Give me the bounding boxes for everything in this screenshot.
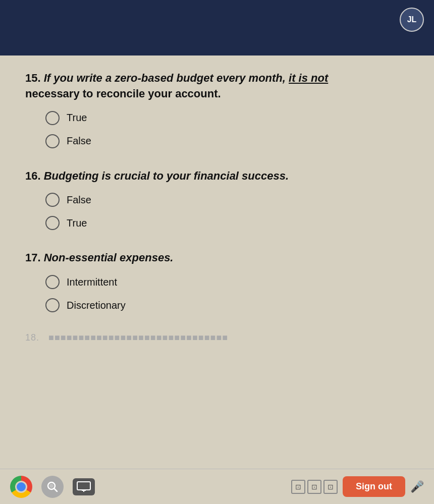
bottom-right: ⊡ ⊡ ⊡ Sign out 🎤: [291, 476, 424, 497]
question-15-text: 15. If you write a zero-based budget eve…: [25, 71, 409, 102]
question-16-number: 16.: [25, 170, 44, 182]
radio-inner-discretionary-q17: [49, 302, 56, 309]
question-17-option-intermittent[interactable]: Intermittent: [45, 275, 409, 289]
page-box-3: ⊡: [323, 480, 338, 494]
question-17-block: 17. Non-essential expenses. Intermittent…: [25, 250, 409, 312]
option-label-true-q16: True: [67, 217, 87, 229]
svg-rect-3: [77, 482, 90, 490]
question-15-rest: necessary to reconcile your account.: [25, 87, 221, 100]
option-label-true-q15: True: [67, 112, 87, 124]
question-17-option-discretionary[interactable]: Discretionary: [45, 298, 409, 312]
option-label-discretionary-q17: Discretionary: [67, 300, 126, 311]
mic-icon[interactable]: 🎤: [410, 480, 424, 493]
top-bar: JL: [0, 0, 434, 55]
option-label-intermittent-q17: Intermittent: [67, 276, 117, 288]
radio-inner-true-q15: [49, 115, 56, 122]
question-17-number: 17.: [25, 251, 44, 264]
question-17-text: 17. Non-essential expenses.: [25, 250, 409, 266]
radio-discretionary-q17[interactable]: [45, 298, 60, 312]
page-box-2: ⊡: [307, 480, 321, 494]
question-15-block: 15. If you write a zero-based budget eve…: [25, 71, 409, 148]
question-15-option-false[interactable]: False: [45, 134, 409, 148]
avatar[interactable]: JL: [400, 8, 424, 32]
chrome-icon[interactable]: [10, 476, 32, 498]
svg-point-2: [49, 484, 53, 488]
option-label-false-q16: False: [67, 194, 91, 206]
option-label-false-q15: False: [67, 135, 91, 147]
page-box-1: ⊡: [291, 480, 305, 494]
svg-line-1: [54, 488, 57, 491]
question-15-number: 15.: [25, 72, 44, 84]
question-17-italic: Non-essential expenses.: [44, 251, 174, 264]
question-15-options: True False: [25, 111, 409, 148]
page-indicator: ⊡ ⊡ ⊡: [291, 480, 338, 494]
question-16-text: 16. Budgeting is crucial to your financi…: [25, 169, 409, 184]
radio-true-q16[interactable]: [45, 216, 60, 230]
question-16-option-true[interactable]: True: [45, 216, 409, 230]
bottom-icons: [10, 476, 95, 498]
question-16-block: 16. Budgeting is crucial to your financi…: [25, 169, 409, 231]
radio-true-q15[interactable]: [45, 111, 60, 125]
screen-icon[interactable]: [73, 478, 95, 495]
question-16-option-false[interactable]: False: [45, 193, 409, 207]
radio-intermittent-q17[interactable]: [45, 275, 60, 289]
question-15-italic: If you write a zero-based budget every m…: [44, 72, 329, 84]
radio-false-q16[interactable]: [45, 193, 60, 207]
question-16-italic: Budgeting is crucial to your financial s…: [44, 170, 289, 182]
avatar-label: JL: [407, 15, 417, 24]
radio-inner-true-q16: [49, 219, 56, 227]
radio-inner-intermittent-q17: [49, 278, 56, 286]
radio-false-q15[interactable]: [45, 134, 60, 148]
question-18-blurred: 18. ■■■■■■■■■■■■■■■■■■■■■■■■■■■■■■: [25, 332, 409, 343]
question-17-options: Intermittent Discretionary: [25, 275, 409, 312]
question-18-partial: 18. ■■■■■■■■■■■■■■■■■■■■■■■■■■■■■■: [25, 332, 409, 343]
radio-inner-false-q15: [49, 138, 56, 145]
content-area: 15. If you write a zero-based budget eve…: [0, 55, 434, 378]
search-icon[interactable]: [41, 476, 64, 498]
radio-inner-false-q16: [49, 196, 56, 203]
question-16-options: False True: [25, 193, 409, 230]
bottom-bar: ⊡ ⊡ ⊡ Sign out 🎤: [0, 469, 434, 504]
sign-out-button[interactable]: Sign out: [343, 476, 405, 497]
question-15-option-true[interactable]: True: [45, 111, 409, 125]
